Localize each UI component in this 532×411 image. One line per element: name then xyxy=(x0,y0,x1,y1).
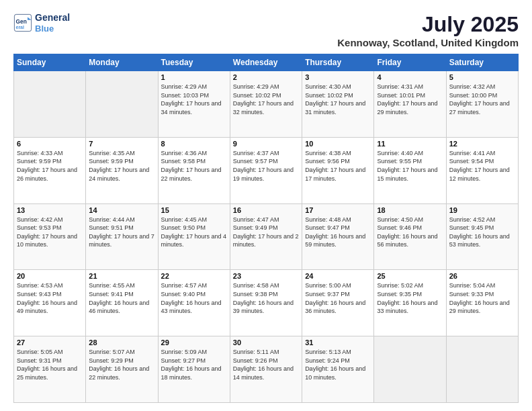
day-number: 23 xyxy=(233,272,299,280)
day-number: 1 xyxy=(161,73,227,81)
logo-line2: Blue xyxy=(35,24,70,34)
day-info: Sunrise: 5:07 AM Sunset: 9:29 PM Dayligh… xyxy=(89,348,154,381)
day-info: Sunrise: 5:09 AM Sunset: 9:27 PM Dayligh… xyxy=(161,348,227,381)
calendar-week-row: 13Sunrise: 4:42 AM Sunset: 9:53 PM Dayli… xyxy=(14,203,519,270)
day-info: Sunrise: 5:00 AM Sunset: 9:37 PM Dayligh… xyxy=(305,281,371,315)
logo-text-block: General Blue xyxy=(35,12,70,34)
day-number: 17 xyxy=(305,206,371,214)
day-info: Sunrise: 4:40 AM Sunset: 9:55 PM Dayligh… xyxy=(377,149,443,183)
day-info: Sunrise: 5:04 AM Sunset: 9:33 PM Dayligh… xyxy=(449,281,515,315)
day-number: 22 xyxy=(161,272,227,280)
calendar-cell: 11Sunrise: 4:40 AM Sunset: 9:55 PM Dayli… xyxy=(374,137,446,203)
calendar-cell: 2Sunrise: 4:29 AM Sunset: 10:02 PM Dayli… xyxy=(230,71,302,138)
day-number: 26 xyxy=(449,272,515,280)
day-number: 4 xyxy=(377,73,443,81)
calendar-cell: 18Sunrise: 4:50 AM Sunset: 9:46 PM Dayli… xyxy=(374,203,446,270)
calendar-cell: 6Sunrise: 4:33 AM Sunset: 9:59 PM Daylig… xyxy=(14,137,86,203)
day-number: 30 xyxy=(233,338,299,347)
calendar-cell: 17Sunrise: 4:48 AM Sunset: 9:47 PM Dayli… xyxy=(302,203,374,270)
day-number: 21 xyxy=(89,272,154,280)
calendar-cell: 27Sunrise: 5:05 AM Sunset: 9:31 PM Dayli… xyxy=(14,336,86,403)
day-number: 2 xyxy=(233,73,299,81)
day-number: 25 xyxy=(377,272,443,280)
svg-text:Gen: Gen xyxy=(16,19,27,26)
day-info: Sunrise: 5:13 AM Sunset: 9:24 PM Dayligh… xyxy=(305,348,371,381)
day-info: Sunrise: 4:58 AM Sunset: 9:38 PM Dayligh… xyxy=(233,281,299,315)
calendar-cell: 21Sunrise: 4:55 AM Sunset: 9:41 PM Dayli… xyxy=(86,270,158,336)
calendar-cell xyxy=(374,336,446,403)
calendar-table: SundayMondayTuesdayWednesdayThursdayFrid… xyxy=(13,54,519,403)
calendar-cell: 1Sunrise: 4:29 AM Sunset: 10:03 PM Dayli… xyxy=(158,71,230,138)
day-info: Sunrise: 4:29 AM Sunset: 10:03 PM Daylig… xyxy=(161,83,227,116)
day-of-week-header: Friday xyxy=(374,54,446,71)
day-of-week-header: Saturday xyxy=(446,54,518,71)
calendar-cell: 20Sunrise: 4:53 AM Sunset: 9:43 PM Dayli… xyxy=(14,270,86,336)
day-of-week-header: Thursday xyxy=(302,54,374,71)
day-info: Sunrise: 4:55 AM Sunset: 9:41 PM Dayligh… xyxy=(89,281,154,315)
day-number: 12 xyxy=(449,140,515,148)
calendar-cell xyxy=(14,71,86,138)
page: Gen eral General Blue July 2025 Kennoway… xyxy=(0,0,532,411)
day-number: 19 xyxy=(449,206,515,214)
header: Gen eral General Blue July 2025 Kennoway… xyxy=(13,12,519,48)
day-info: Sunrise: 5:02 AM Sunset: 9:35 PM Dayligh… xyxy=(377,281,443,315)
day-info: Sunrise: 4:45 AM Sunset: 9:50 PM Dayligh… xyxy=(161,216,227,249)
day-info: Sunrise: 4:52 AM Sunset: 9:45 PM Dayligh… xyxy=(449,216,515,249)
day-info: Sunrise: 4:53 AM Sunset: 9:43 PM Dayligh… xyxy=(17,281,83,315)
calendar-cell: 16Sunrise: 4:47 AM Sunset: 9:49 PM Dayli… xyxy=(230,203,302,270)
calendar-cell: 14Sunrise: 4:44 AM Sunset: 9:51 PM Dayli… xyxy=(86,203,158,270)
day-number: 31 xyxy=(305,338,371,347)
day-info: Sunrise: 4:29 AM Sunset: 10:02 PM Daylig… xyxy=(233,83,299,116)
day-number: 15 xyxy=(161,206,227,214)
day-of-week-header: Tuesday xyxy=(158,54,230,71)
calendar-cell xyxy=(86,71,158,138)
day-info: Sunrise: 4:42 AM Sunset: 9:53 PM Dayligh… xyxy=(17,216,83,249)
day-number: 13 xyxy=(17,206,83,214)
calendar-week-row: 6Sunrise: 4:33 AM Sunset: 9:59 PM Daylig… xyxy=(14,137,519,203)
day-number: 9 xyxy=(233,140,299,148)
day-info: Sunrise: 4:38 AM Sunset: 9:56 PM Dayligh… xyxy=(305,149,371,183)
calendar-week-row: 1Sunrise: 4:29 AM Sunset: 10:03 PM Dayli… xyxy=(14,71,519,138)
day-info: Sunrise: 4:31 AM Sunset: 10:01 PM Daylig… xyxy=(377,83,443,116)
calendar-cell: 3Sunrise: 4:30 AM Sunset: 10:02 PM Dayli… xyxy=(302,71,374,138)
calendar-cell: 22Sunrise: 4:57 AM Sunset: 9:40 PM Dayli… xyxy=(158,270,230,336)
day-info: Sunrise: 4:33 AM Sunset: 9:59 PM Dayligh… xyxy=(17,149,83,183)
day-info: Sunrise: 4:41 AM Sunset: 9:54 PM Dayligh… xyxy=(449,149,515,183)
calendar-cell: 28Sunrise: 5:07 AM Sunset: 9:29 PM Dayli… xyxy=(86,336,158,403)
calendar-cell: 12Sunrise: 4:41 AM Sunset: 9:54 PM Dayli… xyxy=(446,137,518,203)
day-number: 11 xyxy=(377,140,443,148)
day-of-week-header: Sunday xyxy=(14,54,86,71)
logo-line1: General xyxy=(35,12,70,24)
day-info: Sunrise: 4:32 AM Sunset: 10:00 PM Daylig… xyxy=(449,83,515,116)
day-info: Sunrise: 4:30 AM Sunset: 10:02 PM Daylig… xyxy=(305,83,371,116)
logo: Gen eral General Blue xyxy=(13,12,70,34)
calendar-location: Kennoway, Scotland, United Kingdom xyxy=(337,37,519,48)
calendar-cell: 29Sunrise: 5:09 AM Sunset: 9:27 PM Dayli… xyxy=(158,336,230,403)
calendar-cell: 13Sunrise: 4:42 AM Sunset: 9:53 PM Dayli… xyxy=(14,203,86,270)
calendar-week-row: 27Sunrise: 5:05 AM Sunset: 9:31 PM Dayli… xyxy=(14,336,519,403)
day-number: 3 xyxy=(305,73,371,81)
calendar-cell: 19Sunrise: 4:52 AM Sunset: 9:45 PM Dayli… xyxy=(446,203,518,270)
day-info: Sunrise: 4:44 AM Sunset: 9:51 PM Dayligh… xyxy=(89,216,154,249)
logo-icon: Gen eral xyxy=(13,13,32,32)
day-number: 8 xyxy=(161,140,227,148)
day-number: 20 xyxy=(17,272,83,280)
day-info: Sunrise: 4:47 AM Sunset: 9:49 PM Dayligh… xyxy=(233,216,299,249)
day-info: Sunrise: 5:11 AM Sunset: 9:26 PM Dayligh… xyxy=(233,348,299,381)
day-info: Sunrise: 4:37 AM Sunset: 9:57 PM Dayligh… xyxy=(233,149,299,183)
day-info: Sunrise: 5:05 AM Sunset: 9:31 PM Dayligh… xyxy=(17,348,83,381)
day-of-week-header: Wednesday xyxy=(230,54,302,71)
day-number: 5 xyxy=(449,73,515,81)
day-info: Sunrise: 4:35 AM Sunset: 9:59 PM Dayligh… xyxy=(89,149,154,183)
day-of-week-header: Monday xyxy=(86,54,158,71)
calendar-cell: 5Sunrise: 4:32 AM Sunset: 10:00 PM Dayli… xyxy=(446,71,518,138)
calendar-cell: 25Sunrise: 5:02 AM Sunset: 9:35 PM Dayli… xyxy=(374,270,446,336)
day-info: Sunrise: 4:50 AM Sunset: 9:46 PM Dayligh… xyxy=(377,216,443,249)
calendar-week-row: 20Sunrise: 4:53 AM Sunset: 9:43 PM Dayli… xyxy=(14,270,519,336)
day-number: 29 xyxy=(161,338,227,347)
title-block: July 2025 Kennoway, Scotland, United Kin… xyxy=(337,12,519,48)
calendar-cell xyxy=(446,336,518,403)
day-info: Sunrise: 4:48 AM Sunset: 9:47 PM Dayligh… xyxy=(305,216,371,249)
svg-text:eral: eral xyxy=(16,25,25,30)
calendar-cell: 30Sunrise: 5:11 AM Sunset: 9:26 PM Dayli… xyxy=(230,336,302,403)
